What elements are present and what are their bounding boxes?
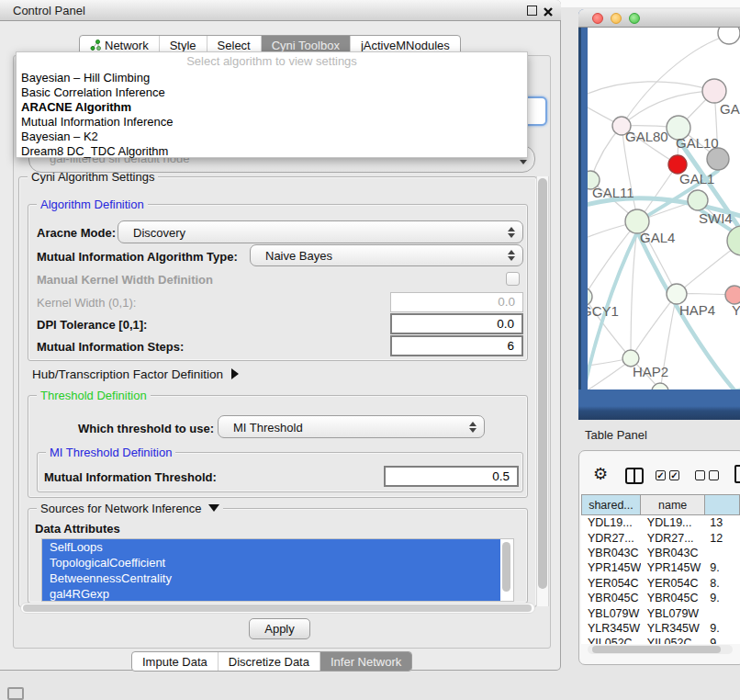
manual-kernel-label: Manual Kernel Width Definition (37, 273, 213, 287)
table-row[interactable]: YDL19...YDL19...13 (581, 515, 740, 530)
network-canvas[interactable]: GALGAL80GAL10GAL1GAL11SWI4GAL4GCY1HAP4YH… (588, 28, 740, 390)
checked-checkbox-icon[interactable]: ✓ (656, 470, 666, 480)
table-cell: YBR043C (581, 547, 641, 559)
network-node[interactable] (688, 190, 708, 210)
tab-discretize-data[interactable]: Discretize Data (219, 652, 320, 671)
kernel-width-label: Kernel Width (0,1): (37, 296, 136, 310)
window-frame-bottom (578, 390, 740, 420)
gear-icon[interactable]: ⚙ (593, 464, 608, 484)
node-label: GAL11 (592, 185, 634, 200)
tab-label: Discretize Data (229, 655, 309, 669)
which-threshold-label: Which threshold to use: (78, 422, 214, 435)
table-hscrollbar-thumb[interactable] (592, 646, 721, 653)
unchecked-checkbox-icon[interactable] (709, 470, 719, 480)
which-threshold-combo[interactable]: MI Threshold (218, 415, 485, 438)
table-cell: YBR043C (641, 547, 705, 559)
table-cell: 9. (705, 622, 740, 635)
table-cell: 13 (705, 516, 740, 529)
column-header[interactable]: name (641, 494, 705, 515)
table-cell: YIL052C (581, 637, 641, 644)
table-body: YDL19...YDL19...13YDR27...YDR27...12YBR0… (581, 515, 740, 644)
algorithm-definition-title: Algorithm Definition (37, 198, 148, 211)
mi-threshold-label: Mutual Information Threshold: (44, 470, 217, 484)
algorithm-option[interactable]: Bayesian – K2 (17, 130, 527, 144)
network-node[interactable] (718, 28, 740, 44)
column-header[interactable]: shared... (581, 494, 641, 515)
data-attribute-item[interactable]: TopologicalCoefficient (42, 555, 500, 570)
data-attributes-list[interactable]: SelfLoopsTopologicalCoefficientBetweenne… (41, 538, 514, 602)
aracne-mode-combo[interactable]: Discovery (118, 220, 523, 243)
table-row[interactable]: YBL079WYBL079W (581, 605, 740, 620)
list-scrollbar-thumb[interactable] (502, 542, 510, 592)
settings-vscrollbar-thumb[interactable] (538, 178, 547, 589)
checked-checkbox-icon[interactable]: ✓ (669, 470, 679, 480)
algorithm-option[interactable]: Mutual Information Inference (17, 115, 527, 130)
node-label: GAL4 (640, 230, 675, 245)
table-row[interactable]: YIL052CYIL052C9. (581, 636, 740, 644)
table-row[interactable]: YLR345WYLR345W9. (581, 621, 740, 636)
mi-threshold-field[interactable]: 0.5 (384, 466, 519, 487)
network-node[interactable] (667, 284, 687, 304)
algorithm-option[interactable]: ARACNE Algorithm (17, 100, 527, 115)
tab-label: jActiveMNodules (361, 39, 450, 52)
unchecked-checkbox-icon[interactable] (695, 470, 705, 480)
network-edge (631, 294, 677, 358)
manual-kernel-checkbox[interactable] (506, 272, 520, 286)
data-attribute-item[interactable]: gal4RGexp (42, 586, 500, 602)
table-cell: YLR345W (581, 622, 641, 635)
mi-type-combo[interactable]: Naive Bayes (250, 244, 523, 266)
hub-definition-toggle[interactable]: Hub/Transcription Factor Definition (32, 367, 239, 381)
tab-label: Network (105, 39, 149, 52)
algorithm-option[interactable]: Dream8 DC_TDC Algorithm (17, 144, 527, 159)
float-window-icon[interactable] (527, 6, 537, 16)
mi-steps-field[interactable]: 6 (390, 335, 523, 356)
split-columns-icon[interactable] (625, 468, 644, 484)
settings-hscrollbar-thumb[interactable] (23, 604, 532, 612)
network-node[interactable] (707, 148, 729, 170)
stepper-icon (507, 227, 514, 238)
zoom-button[interactable] (629, 13, 640, 24)
table-header: shared...name (581, 494, 740, 515)
table-row[interactable]: YPR145WYPR145W9. (581, 560, 740, 575)
control-panel-titlebar: Control Panel (0, 0, 561, 21)
kernel-width-field[interactable]: 0.0 (390, 292, 523, 312)
algorithm-option[interactable]: Bayesian – Hill Climbing (17, 71, 527, 85)
apply-button[interactable]: Apply (249, 618, 310, 639)
document-icon[interactable] (734, 465, 740, 483)
data-attribute-item[interactable]: SelfLoops (42, 539, 500, 555)
table-cell: YBR045C (641, 592, 705, 604)
data-attribute-item[interactable]: BetweennessCentrality (42, 570, 500, 586)
network-node[interactable] (702, 79, 726, 103)
table-cell: YER054C (581, 577, 641, 590)
expand-right-icon[interactable] (231, 368, 239, 379)
table-row[interactable]: YDR27...YDR27...12 (581, 530, 740, 545)
table-cell: YPR145W (641, 561, 705, 574)
table-cell: YER054C (641, 577, 705, 590)
stepper-icon (468, 422, 476, 433)
tab-infer-network[interactable]: Infer Network (320, 652, 411, 671)
node-label: Y (732, 302, 740, 318)
tab-label: Select (218, 39, 251, 52)
network-node[interactable] (652, 383, 668, 390)
window-title: Control Panel (13, 4, 85, 17)
network-node[interactable] (725, 286, 740, 304)
table-row[interactable]: YBR043CYBR043C (581, 546, 740, 560)
network-icon (90, 40, 101, 51)
node-label: GAL80 (625, 129, 668, 144)
tab-impute-data[interactable]: Impute Data (132, 652, 219, 671)
table-row[interactable]: YER054CYER054C8. (581, 576, 740, 591)
table-cell: YDL19... (581, 516, 641, 529)
close-icon[interactable] (543, 5, 554, 16)
table-cell: YBR045C (581, 592, 641, 604)
taskbar-corner-icon[interactable] (7, 687, 24, 700)
table-row[interactable]: YBR045CYBR045C9. (581, 591, 740, 605)
dpi-tolerance-field[interactable]: 0.0 (390, 313, 523, 334)
sources-toggle[interactable]: Sources for Network Inference (37, 502, 223, 515)
column-header[interactable] (705, 494, 740, 515)
collapse-down-icon[interactable] (208, 504, 219, 512)
network-graph[interactable]: GALGAL80GAL10GAL1GAL11SWI4GAL4GCY1HAP4YH… (588, 28, 740, 390)
minimize-button[interactable] (611, 13, 622, 24)
close-button[interactable] (592, 13, 603, 24)
node-label: GAL1 (679, 171, 714, 186)
algorithm-option[interactable]: Basic Correlation Inference (17, 85, 527, 100)
